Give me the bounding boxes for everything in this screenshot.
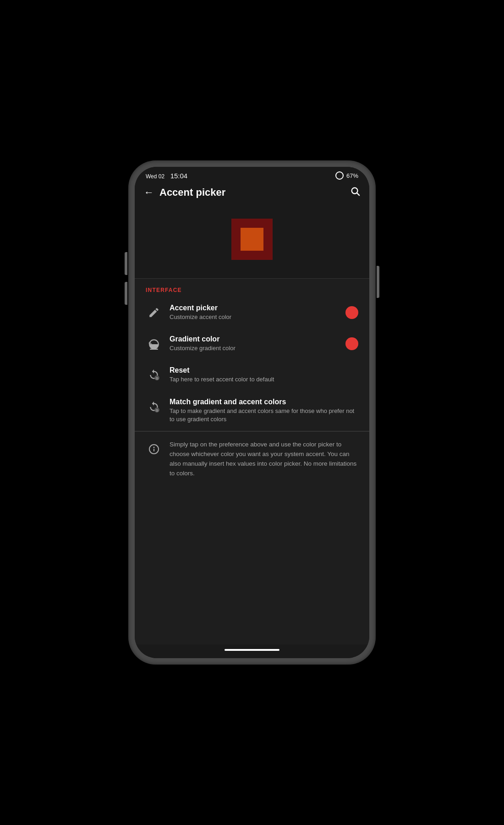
status-time: Wed 02 15:04 xyxy=(146,172,187,180)
page-title: Accent picker xyxy=(159,187,350,198)
power-button[interactable] xyxy=(377,266,379,298)
accent-picker-subtitle: Customize accent color xyxy=(170,313,345,321)
settings-list: INTERFACE Accent picker Customize accent… xyxy=(135,279,369,644)
accent-picker-icon xyxy=(146,304,162,321)
svg-text:G: G xyxy=(156,408,159,412)
reset-title: Reset xyxy=(170,366,358,374)
volume-down-button[interactable] xyxy=(125,282,127,305)
status-right: 67% xyxy=(335,171,358,180)
gradient-color-text: Gradient color Customize gradient color xyxy=(170,335,345,352)
gradient-color-title: Gradient color xyxy=(170,335,345,343)
match-gradient-icon: G xyxy=(146,399,162,415)
color-swatch-inner xyxy=(241,228,263,251)
nav-bar-line xyxy=(225,649,279,651)
status-clock: 15:04 xyxy=(170,172,188,180)
reset-icon: G xyxy=(146,367,162,383)
match-gradient-text: Match gradient and accent colors Tap to … xyxy=(170,398,358,424)
info-icon xyxy=(146,441,162,457)
color-swatch-outer xyxy=(231,219,273,260)
status-bar: Wed 02 15:04 67% xyxy=(135,167,369,182)
status-date: Wed 02 xyxy=(146,173,164,180)
volume-up-button[interactable] xyxy=(125,252,127,275)
gradient-color-icon xyxy=(146,336,162,352)
search-button[interactable] xyxy=(350,186,360,198)
accent-picker-text: Accent picker Customize accent color xyxy=(170,304,345,321)
info-section: Simply tap on the preference above and u… xyxy=(135,431,369,487)
bottom-indicator xyxy=(135,644,369,658)
gradient-color-toggle[interactable] xyxy=(345,337,358,350)
battery-icon xyxy=(335,171,344,180)
phone-frame: Wed 02 15:04 67% ← Accent picker xyxy=(128,160,376,665)
top-bar: ← Accent picker xyxy=(135,182,369,204)
info-text: Simply tap on the preference above and u… xyxy=(170,440,358,478)
svg-text:G: G xyxy=(156,376,159,380)
settings-item-reset[interactable]: G Reset Tap here to reset accent color t… xyxy=(135,359,369,390)
settings-item-gradient-color[interactable]: Gradient color Customize gradient color xyxy=(135,328,369,359)
settings-item-match-gradient[interactable]: G Match gradient and accent colors Tap t… xyxy=(135,390,369,431)
gradient-color-subtitle: Customize gradient color xyxy=(170,344,345,352)
match-gradient-subtitle: Tap to make gradient and accent colors s… xyxy=(170,407,358,424)
accent-picker-title: Accent picker xyxy=(170,304,345,312)
match-gradient-title: Match gradient and accent colors xyxy=(170,398,358,406)
color-preview-area xyxy=(135,204,369,278)
settings-item-accent-picker[interactable]: Accent picker Customize accent color xyxy=(135,297,369,328)
reset-subtitle: Tap here to reset accent color to defaul… xyxy=(170,375,358,384)
battery-percent: 67% xyxy=(346,172,358,179)
svg-line-1 xyxy=(357,193,359,195)
phone-screen: Wed 02 15:04 67% ← Accent picker xyxy=(135,167,369,658)
back-button[interactable]: ← xyxy=(144,187,154,198)
section-label-interface: INTERFACE xyxy=(135,279,369,297)
reset-text: Reset Tap here to reset accent color to … xyxy=(170,366,358,384)
accent-picker-toggle[interactable] xyxy=(345,306,358,319)
